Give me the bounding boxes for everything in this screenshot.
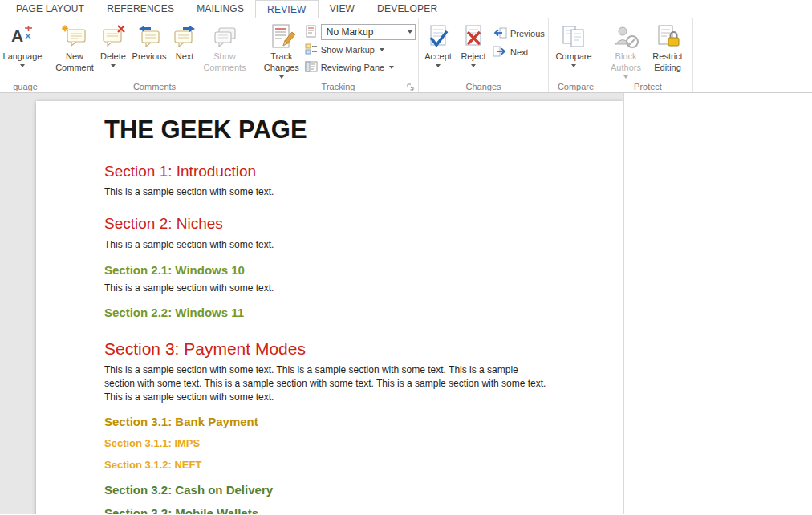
text-cursor <box>225 216 225 231</box>
new-comment-label: New Comment <box>53 51 96 74</box>
tab-references[interactable]: REFERENCES <box>95 0 185 18</box>
compare-label: Compare <box>555 51 591 63</box>
reviewing-pane-button[interactable]: Reviewing Pane <box>305 59 416 75</box>
chevron-down-icon <box>111 64 116 67</box>
next-change-icon <box>493 45 507 59</box>
body-text: This is a sample section with some text. <box>104 238 550 252</box>
heading-section-3-3: Section 3.3: Mobile Wallets <box>104 507 550 514</box>
restrict-editing-lock-icon <box>654 22 681 51</box>
body-text: This is a sample section with some text. <box>104 282 550 295</box>
display-for-review-value: No Markup <box>327 26 374 38</box>
changes-group: Accept Reject <box>419 18 549 92</box>
reviewing-pane-icon <box>305 60 318 75</box>
previous-comment-button[interactable]: Previous <box>130 20 168 81</box>
changes-group-caption: Changes <box>419 82 548 91</box>
show-markup-icon <box>305 43 318 57</box>
document-page[interactable]: THE GEEK PAGE Section 1: Introduction Th… <box>36 101 623 514</box>
body-paragraph: This is a sample section with some text.… <box>104 363 550 404</box>
show-comments-icon <box>212 22 238 51</box>
protect-group-caption: Protect <box>603 82 692 91</box>
chevron-down-icon <box>436 64 441 67</box>
accept-label: Accept <box>424 51 452 63</box>
chevron-down-icon <box>408 30 412 34</box>
chevron-down-icon <box>389 66 394 69</box>
next-comment-button[interactable]: Next <box>168 20 201 81</box>
language-button[interactable]: A Language <box>0 20 47 81</box>
display-for-review-icon <box>305 25 318 39</box>
chevron-down-icon <box>279 75 284 79</box>
delete-comment-icon <box>100 22 126 51</box>
heading-section-3-1: Section 3.1: Bank Payment <box>104 416 550 429</box>
restrict-editing-label: Restrict Editing <box>647 51 688 74</box>
compare-documents-icon <box>560 22 587 51</box>
track-changes-button[interactable]: Track Changes <box>260 20 303 81</box>
reject-label: Reject <box>461 51 485 63</box>
block-authors-button[interactable]: Block Authors <box>605 20 647 81</box>
previous-change-icon <box>493 26 507 41</box>
delete-comment-label: Delete <box>100 51 126 63</box>
show-comments-label: Show Comments <box>201 51 249 74</box>
ribbon-tab-row: PAGE LAYOUT REFERENCES MAILINGS REVIEW V… <box>0 0 812 18</box>
ribbon-review: A Language guage <box>0 18 812 93</box>
chevron-down-icon <box>623 75 628 79</box>
word-window: PAGE LAYOUT REFERENCES MAILINGS REVIEW V… <box>0 0 812 515</box>
track-changes-icon <box>268 22 295 51</box>
show-comments-button[interactable]: Show Comments <box>201 20 249 81</box>
tab-view[interactable]: VIEW <box>319 0 366 18</box>
document-title: THE GEEK PAGE <box>104 117 550 142</box>
track-changes-label: Track Changes <box>260 51 303 74</box>
next-comment-label: Next <box>176 51 194 63</box>
heading-text: Section 2: Niches <box>104 215 223 232</box>
body-text: This is a sample section with some text. <box>104 185 550 199</box>
reject-x-icon <box>460 22 487 51</box>
protect-group: Block Authors Restrict Editing Protect <box>603 18 693 92</box>
heading-section-3-2: Section 3.2: Cash on Delivery <box>104 484 550 497</box>
heading-section-3-1-1: Section 3.1.1: IMPS <box>104 438 550 449</box>
heading-section-1: Section 1: Introduction <box>104 164 550 180</box>
display-for-review-row: No Markup <box>305 23 416 40</box>
heading-section-2-2: Section 2.2: Windows 11 <box>104 306 550 320</box>
tracking-options-column: No Markup Show Markup <box>303 20 416 75</box>
tracking-group: Track Changes No Markup <box>258 18 419 92</box>
reject-button[interactable]: Reject <box>456 20 491 81</box>
right-panel <box>623 93 812 514</box>
heading-section-3-1-2: Section 3.1.2: NEFT <box>104 460 550 471</box>
svg-text:A: A <box>11 26 23 45</box>
comments-group-caption: Comments <box>51 82 258 91</box>
display-for-review-select[interactable]: No Markup <box>321 24 416 40</box>
chevron-down-icon <box>380 48 384 51</box>
chevron-down-icon <box>20 64 25 67</box>
tab-developer[interactable]: DEVELOPER <box>366 0 449 18</box>
previous-comment-label: Previous <box>132 51 167 63</box>
accept-button[interactable]: Accept <box>420 20 456 81</box>
block-authors-icon <box>612 22 639 51</box>
comments-group: New Comment Delete <box>51 18 258 92</box>
chevron-down-icon <box>471 64 476 67</box>
language-group-caption: guage <box>0 82 51 91</box>
tab-review[interactable]: REVIEW <box>255 0 319 18</box>
reviewing-pane-label: Reviewing Pane <box>321 63 385 72</box>
language-group: A Language guage <box>0 18 51 92</box>
tab-mailings[interactable]: MAILINGS <box>185 0 255 18</box>
ribbon-empty-space <box>693 18 812 92</box>
tab-page-layout[interactable]: PAGE LAYOUT <box>5 0 95 18</box>
show-markup-button[interactable]: Show Markup <box>305 41 416 58</box>
delete-comment-button[interactable]: Delete <box>96 20 130 81</box>
show-markup-label: Show Markup <box>321 45 375 55</box>
next-change-button[interactable]: Next <box>491 43 545 61</box>
tracking-group-caption: Tracking <box>258 82 418 91</box>
new-comment-button[interactable]: New Comment <box>53 20 96 81</box>
previous-change-button[interactable]: Previous <box>491 24 545 43</box>
heading-section-2: Section 2: Niches <box>104 216 550 232</box>
restrict-editing-button[interactable]: Restrict Editing <box>647 20 688 81</box>
next-comment-icon <box>172 22 197 51</box>
next-change-label: Next <box>510 47 529 57</box>
compare-group-caption: Compare <box>549 82 603 91</box>
compare-button[interactable]: Compare <box>550 20 597 81</box>
translate-icon: A <box>10 22 35 51</box>
previous-change-label: Previous <box>510 29 545 39</box>
block-authors-label: Block Authors <box>605 51 647 74</box>
language-label: Language <box>3 51 43 63</box>
heading-section-2-1: Section 2.1: Windows 10 <box>104 264 550 278</box>
chevron-down-icon <box>571 64 576 67</box>
